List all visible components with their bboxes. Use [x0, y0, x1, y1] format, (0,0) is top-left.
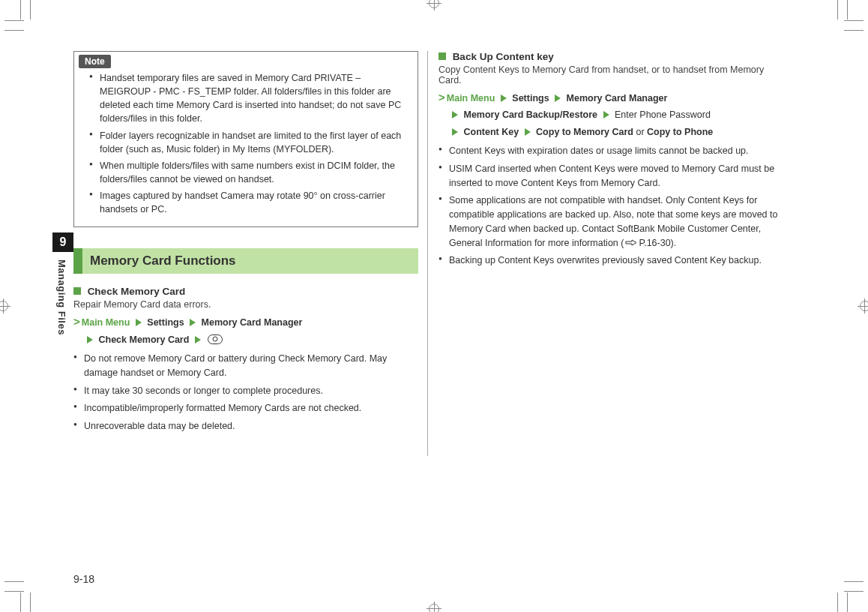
arrow-icon [190, 319, 196, 326]
chapter-side-tab: 9 Managing Files [52, 232, 73, 343]
list-item: Backing up Content Keys overwrites previ… [438, 254, 781, 268]
note-list: Handset temporary files are saved in Mem… [74, 70, 418, 226]
list-item: It may take 30 seconds or longer to comp… [73, 384, 418, 398]
nav-path: Content Key Copy to Memory Card or Copy … [449, 125, 781, 140]
crop-mark [837, 592, 838, 612]
nav-main-menu: Main Menu [447, 93, 495, 104]
square-bullet-icon [73, 287, 81, 295]
nav-path: Check Memory Card [84, 333, 418, 347]
crop-mark [844, 591, 864, 592]
square-bullet-icon [438, 52, 446, 60]
check-description: Repair Memory Card data errors. [73, 299, 418, 310]
list-item: Content Keys with expiration dates or us… [438, 144, 781, 158]
list-item-text: Some applications are not compatible wit… [449, 195, 777, 248]
crop-mark [4, 581, 24, 582]
crop-mark [844, 20, 864, 21]
check-subheading: Check Memory Card [73, 286, 418, 297]
check-bullets: Do not remove Memory Card or battery dur… [73, 352, 418, 434]
backup-title: Back Up Content key [453, 51, 554, 62]
list-item: Do not remove Memory Card or battery dur… [73, 352, 418, 380]
note-label: Note [79, 55, 111, 68]
registration-mark [858, 306, 868, 307]
nav-step: Content Key [463, 127, 519, 137]
registration-mark [0, 306, 10, 307]
note-item: Handset temporary files are saved in Mem… [89, 71, 410, 126]
arrow-icon [87, 336, 93, 344]
crop-mark [30, 0, 31, 20]
backup-description: Copy Content Keys to Memory Card from ha… [438, 64, 781, 86]
nav-step: Copy to Memory Card [536, 127, 633, 137]
crop-mark [847, 0, 848, 20]
crop-mark [4, 20, 24, 21]
arrow-icon [555, 94, 561, 102]
arrow-icon [136, 319, 142, 326]
note-item: When multiple folders/files with same nu… [89, 159, 410, 186]
note-item: Folder layers recognizable in handset ar… [89, 129, 410, 156]
check-title: Check Memory Card [88, 286, 186, 297]
crop-mark [847, 592, 848, 612]
chevron-start-icon: > [73, 315, 80, 328]
center-key-icon [208, 334, 223, 344]
arrow-icon [525, 128, 531, 136]
crop-mark [4, 591, 24, 592]
reference-hand-icon [625, 237, 637, 245]
crop-mark [20, 592, 21, 612]
list-item-ref: P.16-30). [639, 238, 676, 248]
chevron-start-icon: > [438, 91, 445, 104]
backup-subheading: Back Up Content key [438, 51, 781, 62]
list-item: USIM Card inserted when Content Keys wer… [438, 162, 781, 190]
nav-step: Memory Card Manager [567, 93, 668, 104]
nav-step: Enter Phone Password [615, 110, 711, 120]
crop-mark [837, 0, 838, 20]
arrow-icon [452, 111, 458, 118]
nav-main-menu: Main Menu [82, 317, 130, 328]
nav-step: Settings [147, 317, 184, 328]
crop-mark [30, 592, 31, 612]
arrow-icon [195, 336, 201, 344]
registration-mark [434, 0, 435, 10]
crop-mark [4, 30, 24, 31]
note-item: Images captured by handset Camera may ro… [89, 189, 410, 216]
nav-step: Memory Card Manager [202, 317, 303, 328]
backup-bullets: Content Keys with expiration dates or us… [438, 144, 781, 268]
list-item: Incompatible/improperly formatted Memory… [73, 401, 418, 416]
registration-mark [3, 298, 4, 314]
nav-step: Check Memory Card [98, 334, 189, 345]
nav-step: Copy to Phone [647, 127, 713, 137]
page-number: 9-18 [73, 573, 94, 585]
registration-mark [864, 298, 865, 314]
left-column: Note Handset temporary files are saved i… [73, 51, 427, 456]
crop-mark [20, 0, 21, 20]
nav-step: Settings [512, 93, 549, 104]
chapter-number: 9 [52, 232, 73, 252]
or-text: or [636, 127, 644, 137]
nav-path: >Main Menu Settings Memory Card Manager [73, 313, 418, 330]
chapter-title: Managing Files [52, 252, 71, 343]
note-box: Note Handset temporary files are saved i… [73, 51, 418, 227]
list-item: Unrecoverable data may be deleted. [73, 419, 418, 434]
crop-mark [844, 581, 864, 582]
crop-mark [844, 30, 864, 31]
registration-mark [434, 602, 435, 612]
right-column: Back Up Content key Copy Content Keys to… [427, 51, 781, 456]
nav-path: >Main Menu Settings Memory Card Manager [438, 88, 781, 106]
arrow-icon [501, 94, 507, 102]
arrow-icon [603, 111, 609, 118]
arrow-icon [452, 128, 458, 136]
nav-path: Memory Card Backup/Restore Enter Phone P… [449, 108, 781, 122]
section-heading: Memory Card Functions [73, 248, 418, 274]
list-item: Some applications are not compatible wit… [438, 194, 781, 250]
nav-step: Memory Card Backup/Restore [463, 110, 597, 120]
